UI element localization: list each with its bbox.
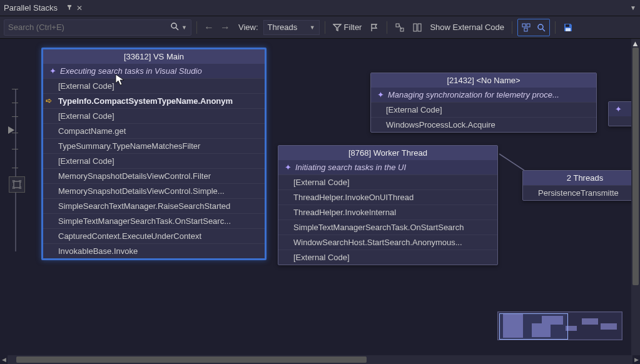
toolbar: ▼ ← → View: Threads ▼ Filter Show Extern…	[0, 16, 640, 39]
stack-frame-row[interactable]: MemorySnapshotDetailsViewControl.Filter	[43, 168, 265, 183]
stack-frame-row[interactable]: WindowSearchHost.StartSearch.Anonymous..…	[278, 235, 497, 250]
chevron-down-icon: ▼	[310, 24, 315, 31]
autoscroll-icon[interactable]	[410, 20, 425, 35]
stack-header: [8768] Worker Thread	[278, 146, 497, 160]
sparkle-icon: ✦	[377, 90, 384, 99]
filter-button[interactable]: Filter	[333, 23, 362, 32]
search-icon[interactable]	[170, 22, 179, 33]
stack-frame-row[interactable]: SimpleSearchTextManager.RaiseSearchStart…	[43, 198, 265, 213]
horizontal-scrollbar[interactable]: ◀ ▶	[8, 355, 632, 364]
svg-rect-5	[414, 24, 417, 31]
svg-rect-9	[524, 28, 527, 31]
view-select-value: Threads	[268, 23, 298, 32]
stack-frame-row[interactable]: [External Code]	[43, 153, 265, 168]
stack-frame-row[interactable]: [External Code]	[278, 174, 497, 190]
show-external-label: Show External Code	[430, 23, 504, 32]
titlebar: Parallel Stacks ✕ ▼	[0, 0, 640, 16]
stack-frame-row[interactable]: ➪TypeInfo.CompactSystemTypeName.Anonym	[43, 93, 265, 108]
nav-back-button[interactable]: ←	[202, 22, 216, 33]
current-frame-icon: ➪	[46, 96, 52, 105]
view-label: View:	[238, 23, 258, 32]
sparkle-icon: ✦	[49, 66, 56, 76]
svg-rect-13	[566, 28, 571, 31]
stack-frame-row[interactable]: [External Code]	[278, 250, 497, 265]
svg-point-0	[171, 23, 176, 28]
svg-rect-6	[418, 24, 421, 31]
stack-worker-thread[interactable]: [8768] Worker Thread ✦ Initiating search…	[278, 145, 498, 265]
window-title: Parallel Stacks	[4, 3, 58, 13]
zoom-view-icon[interactable]	[534, 20, 549, 35]
stack-header: 2 Threads	[523, 171, 640, 185]
svg-rect-2	[396, 24, 399, 27]
stack-two-threads[interactable]: 2 Threads PersistenceTransmitte	[522, 170, 640, 201]
svg-point-10	[538, 24, 543, 29]
stack-frame-row[interactable]: PersistenceTransmitte	[523, 185, 640, 200]
stack-no-name[interactable]: [21432] <No Name> ✦ Managing synchroniza…	[370, 73, 597, 133]
stack-frame-row[interactable]: TypeSummary.TypeNameMatchesFilter	[43, 138, 265, 153]
vertical-scrollbar[interactable]: ▲ ▼	[631, 39, 640, 355]
stack-frame-row[interactable]: ThreadHelper.InvokeInternal	[278, 205, 497, 220]
stack-frame-row[interactable]: [External Code]	[43, 108, 265, 123]
stack-header: [33612] VS Main	[43, 49, 265, 64]
stack-frame-row[interactable]: [External Code]	[43, 78, 265, 93]
stack-frame-row[interactable]: [External Code]	[371, 102, 596, 117]
filter-label: Filter	[344, 23, 362, 32]
sparkle-icon: ✦	[615, 104, 622, 114]
stack-frame-row[interactable]: MemorySnapshotDetailsViewControl.Simple.…	[43, 183, 265, 198]
window-options-icon[interactable]: ▼	[630, 4, 636, 11]
search-dropdown-icon[interactable]: ▼	[181, 24, 187, 31]
search-wrap: ▼	[4, 19, 191, 36]
stack-description: ✦ Executing search tasks in Visual Studi…	[43, 64, 265, 78]
svg-rect-7	[522, 24, 526, 27]
svg-line-11	[542, 29, 545, 31]
stack-description: ✦ Initiating search tasks in the UI	[278, 160, 497, 174]
boxes-view-icon[interactable]	[519, 20, 534, 35]
search-input[interactable]	[8, 23, 170, 32]
view-mode-group	[517, 19, 550, 36]
stack-frame-row[interactable]: CompactName.get	[43, 123, 265, 138]
minimap[interactable]	[497, 311, 622, 340]
stack-frame-row[interactable]: InvokableBase.Invoke	[43, 243, 265, 258]
stack-vs-main[interactable]: [33612] VS Main ✦ Executing search tasks…	[41, 48, 267, 260]
show-external-code-button[interactable]: Show External Code	[430, 23, 504, 32]
stack-header: [21432] <No Name>	[371, 73, 596, 88]
svg-rect-8	[527, 24, 530, 27]
stack-description: ✦ Managing synchronization for telemetry…	[371, 88, 596, 102]
close-icon[interactable]: ✕	[76, 4, 83, 13]
stack-frame-row[interactable]: SimpleTextManagerSearchTask.OnStartSearc…	[278, 220, 497, 235]
svg-rect-12	[566, 24, 569, 27]
stack-frame-row[interactable]: ThreadHelper.InvokeOnUIThread	[278, 190, 497, 205]
toggle-method-view-icon[interactable]	[392, 20, 407, 35]
stack-frame-row[interactable]: SimpleTextManagerSearchTask.OnStartSearc…	[43, 213, 265, 228]
stacks-canvas[interactable]: [33612] VS Main ✦ Executing search tasks…	[0, 39, 640, 354]
save-icon[interactable]	[561, 20, 576, 35]
sparkle-icon: ✦	[285, 163, 292, 172]
stack-frame-row[interactable]: CapturedContext.ExecuteUnderContext	[43, 228, 265, 243]
flag-icon[interactable]	[367, 20, 382, 35]
svg-line-1	[176, 28, 178, 30]
pin-icon[interactable]	[66, 4, 73, 13]
nav-forward-button[interactable]: →	[218, 22, 232, 33]
stack-frame-row[interactable]: WindowsProcessLock.Acquire	[371, 117, 596, 132]
view-select[interactable]: Threads ▼	[263, 20, 320, 35]
